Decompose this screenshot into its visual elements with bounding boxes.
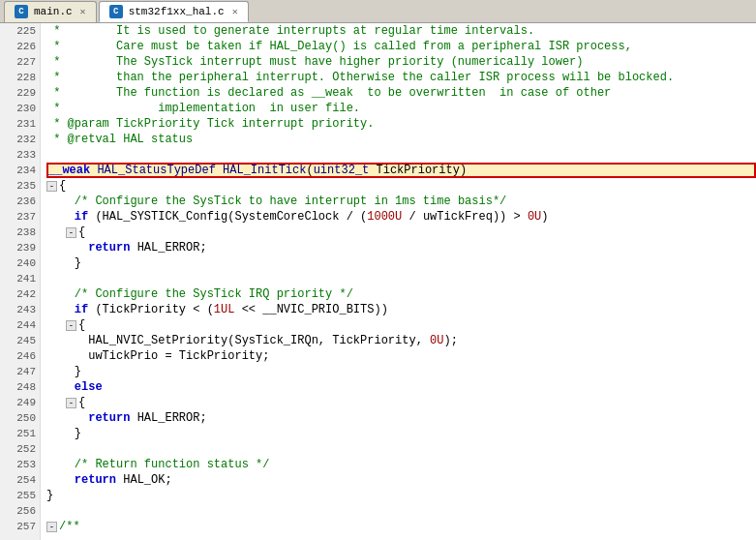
ln-241: 241	[4, 271, 36, 286]
code-text-247: }	[46, 364, 81, 379]
tab-stm32-hal[interactable]: C stm32f1xx_hal.c ✕	[99, 1, 249, 22]
code-text-226: * Care must be taken if HAL_Delay() is c…	[46, 39, 632, 54]
code-text-234: __weak HAL_StatusTypeDef HAL_InitTick(ui…	[48, 163, 467, 178]
ln-232: 232	[4, 132, 36, 147]
tab-icon-main-c: C	[15, 5, 28, 18]
ln-234: 234	[4, 163, 36, 178]
ln-243: 243	[4, 302, 36, 317]
code-text-225: * It is used to generate interrupts at r…	[46, 23, 534, 39]
code-text-253: /* Return function status */	[46, 457, 269, 472]
code-text-229: * The function is declared as __weak to …	[46, 85, 611, 101]
code-text-248: else	[46, 379, 103, 395]
ln-251: 251	[4, 426, 36, 441]
line-244: -{	[46, 317, 756, 333]
code-lines: * It is used to generate interrupts at r…	[41, 23, 756, 540]
ln-235: 235	[4, 178, 36, 194]
ln-239: 239	[4, 240, 36, 255]
ln-240: 240	[4, 255, 36, 271]
line-257: -/**	[46, 519, 756, 534]
ln-246: 246	[4, 348, 36, 364]
line-234: __weak HAL_StatusTypeDef HAL_InitTick(ui…	[46, 163, 756, 178]
code-text-230: * implementation in user file.	[46, 101, 360, 116]
line-251: }	[46, 426, 756, 441]
collapse-235[interactable]: -	[46, 181, 57, 192]
ln-256: 256	[4, 503, 36, 519]
line-243: if (TickPriority < (1UL << __NVIC_PRIO_B…	[46, 302, 756, 317]
line-239: return HAL_ERROR;	[46, 240, 756, 255]
code-text-239: return HAL_ERROR;	[46, 240, 207, 255]
code-text-237: if (HAL_SYSTICK_Config(SystemCoreClock /…	[46, 209, 549, 225]
code-text-244: {	[78, 317, 85, 333]
line-228: * than the peripheral interrupt. Otherwi…	[46, 70, 756, 85]
line-245: HAL_NVIC_SetPriority(SysTick_IRQn, TickP…	[46, 333, 756, 348]
ln-228: 228	[4, 70, 36, 85]
ln-237: 237	[4, 209, 36, 225]
line-238: -{	[46, 225, 756, 240]
tab-close-main-c[interactable]: ✕	[80, 6, 86, 17]
code-text-227: * The SysTick interrupt must have higher…	[46, 54, 584, 70]
line-231: * @param TickPriority Tick interrupt pri…	[46, 116, 756, 132]
code-text-251: }	[46, 426, 81, 441]
code-text-257: /**	[59, 519, 80, 534]
ln-254: 254	[4, 472, 36, 488]
ln-253: 253	[4, 457, 36, 472]
tab-close-stm32-hal[interactable]: ✕	[232, 6, 238, 17]
ln-248: 248	[4, 379, 36, 395]
ln-229: 229	[4, 85, 36, 101]
line-225: * It is used to generate interrupts at r…	[46, 23, 756, 39]
code-container: 225 226 227 228 229 230 231 232 233 234 …	[0, 23, 756, 540]
collapse-244[interactable]: -	[66, 320, 76, 331]
tab-main-c[interactable]: C main.c ✕	[4, 1, 97, 22]
line-240: }	[46, 255, 756, 271]
ln-230: 230	[4, 101, 36, 116]
code-text-233	[46, 147, 53, 163]
tab-label-stm32-hal: stm32f1xx_hal.c	[129, 6, 225, 17]
line-227: * The SysTick interrupt must have higher…	[46, 54, 756, 70]
ln-242: 242	[4, 286, 36, 302]
line-236: /* Configure the SysTick to have interru…	[46, 194, 756, 209]
collapse-238[interactable]: -	[66, 227, 76, 238]
ln-238: 238	[4, 225, 36, 240]
line-numbers: 225 226 227 228 229 230 231 232 233 234 …	[0, 23, 41, 540]
code-text-245: HAL_NVIC_SetPriority(SysTick_IRQn, TickP…	[46, 333, 458, 348]
ln-252: 252	[4, 441, 36, 457]
ln-255: 255	[4, 488, 36, 503]
code-text-235: {	[59, 178, 66, 194]
ln-245: 245	[4, 333, 36, 348]
ln-226: 226	[4, 39, 36, 54]
line-255: }	[46, 488, 756, 503]
line-232: * @retval HAL status	[46, 132, 756, 147]
ln-257: 257	[4, 519, 36, 534]
collapse-249[interactable]: -	[66, 398, 76, 408]
line-226: * Care must be taken if HAL_Delay() is c…	[46, 39, 756, 54]
code-text-243: if (TickPriority < (1UL << __NVIC_PRIO_B…	[46, 302, 388, 317]
line-248: else	[46, 379, 756, 395]
code-text-236: /* Configure the SysTick to have interru…	[46, 194, 506, 209]
code-text-240: }	[46, 255, 81, 271]
line-242: /* Configure the SysTick IRQ priority */	[46, 286, 756, 302]
line-252	[46, 441, 756, 457]
code-text-242: /* Configure the SysTick IRQ priority */	[46, 286, 353, 302]
code-text-238: {	[78, 225, 85, 240]
tab-label-main-c: main.c	[34, 6, 73, 17]
line-253: /* Return function status */	[46, 457, 756, 472]
line-250: return HAL_ERROR;	[46, 410, 756, 426]
code-text-231: * @param TickPriority Tick interrupt pri…	[46, 116, 374, 132]
line-247: }	[46, 364, 756, 379]
code-text-241	[46, 271, 53, 286]
ln-233: 233	[4, 147, 36, 163]
ln-231: 231	[4, 116, 36, 132]
code-text-256	[46, 503, 53, 519]
ln-225: 225	[4, 23, 36, 39]
line-235: -{	[46, 178, 756, 194]
tab-icon-stm32-hal: C	[109, 5, 123, 18]
code-text-246: uwTickPrio = TickPriority;	[46, 348, 269, 364]
line-230: * implementation in user file.	[46, 101, 756, 116]
code-text-249: {	[78, 395, 85, 410]
collapse-257[interactable]: -	[46, 522, 57, 532]
line-237: if (HAL_SYSTICK_Config(SystemCoreClock /…	[46, 209, 756, 225]
ln-236: 236	[4, 194, 36, 209]
code-text-255: }	[46, 488, 53, 503]
ln-247: 247	[4, 364, 36, 379]
code-text-254: return HAL_OK;	[46, 472, 172, 488]
